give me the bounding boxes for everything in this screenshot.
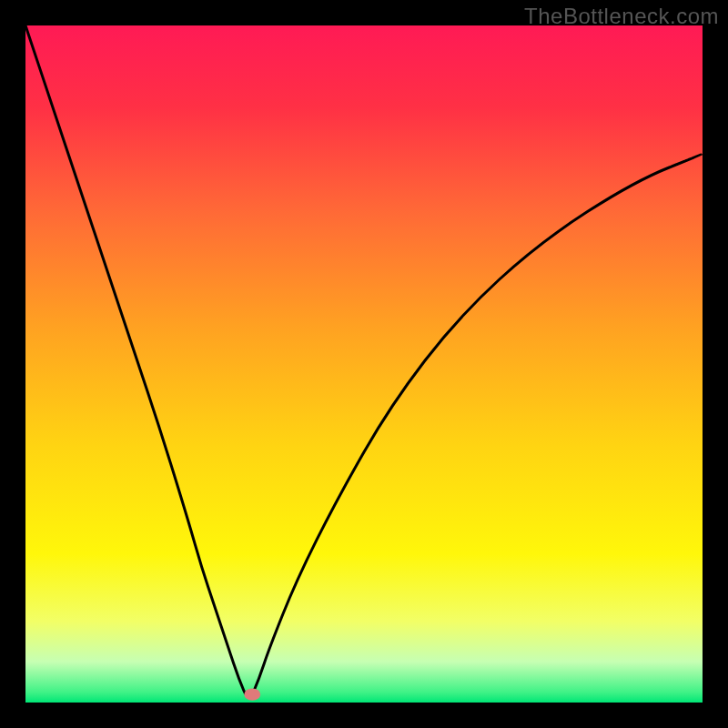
- chart-frame: TheBottleneck.com: [0, 0, 728, 728]
- bottleneck-curve-chart: [25, 25, 703, 703]
- optimum-marker: [244, 688, 260, 700]
- gradient-background: [25, 25, 703, 703]
- watermark-label: TheBottleneck.com: [524, 4, 719, 29]
- plot-area: [25, 25, 703, 703]
